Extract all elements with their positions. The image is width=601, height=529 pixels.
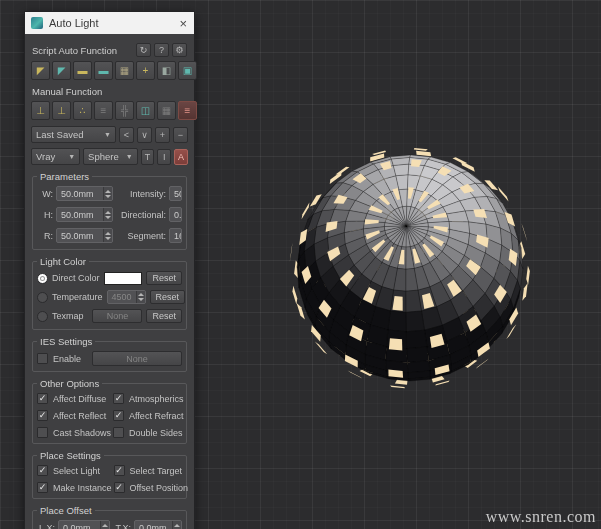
checkbox-label: Offset Position [130,483,188,493]
intensity-spinner[interactable]: 50 [169,186,182,201]
renderer-combo[interactable]: Vray ▼ [31,148,80,165]
h-label: H: [37,210,53,220]
dialog-titlebar[interactable]: Auto Light × [25,12,194,34]
help-button[interactable]: ? [154,43,169,57]
double-sides-checkbox[interactable]: Double Sides [113,427,184,438]
segment-spinner[interactable]: 16 [169,228,182,243]
texmap-none-button[interactable]: None [92,309,142,323]
directional-spinner[interactable]: 0.0 [169,207,182,222]
auto-light-dialog: Auto Light × Script Auto Function ↻ ? ⚙ … [24,11,195,529]
checkbox-icon [37,353,48,364]
affect-refract-checkbox[interactable]: Affect Refract [113,410,184,421]
preset-prev-button[interactable]: < [119,127,134,143]
spinner-arrows-icon[interactable] [172,521,181,529]
preset-remove-button[interactable]: − [173,127,188,143]
cast-shadows-checkbox[interactable]: Cast Shadows [37,427,111,438]
spinner-arrows-icon[interactable] [103,229,112,242]
manual-tool-6-button[interactable]: ◫ [136,101,155,120]
ies-settings-group: IES Settings Enable None [32,341,187,372]
script-tool-2-button[interactable]: ◤ [52,61,71,80]
light-color-label: Light Color [37,256,89,267]
panel-light-icon: ◧ [162,66,171,76]
manual-tool-1-button[interactable]: ⊥ [31,101,50,120]
atmospherics-checkbox[interactable]: Atmospherics [113,393,184,404]
add-light-icon: + [143,66,149,76]
grid-icon: ▦ [162,106,171,116]
preset-add-button[interactable]: + [155,127,170,143]
help-icon: ? [159,45,164,55]
checkbox-icon [114,482,125,493]
refresh-button[interactable]: ↻ [136,43,151,57]
texmap-reset-button[interactable]: Reset [146,309,182,323]
create-corner-light-icon: ◤ [37,66,45,76]
checkbox-label: Select Target [130,466,182,476]
manual-tool-4-button[interactable]: ≡ [94,101,113,120]
checkbox-label: Select Light [53,466,100,476]
script-tool-4-button[interactable]: ▬ [94,61,113,80]
r-value: 50.0mm [57,229,103,242]
checkbox-label: Cast Shadows [53,428,111,438]
tx-spinner[interactable]: 0.0mm [134,520,182,529]
checkbox-label: Affect Reflect [53,411,106,421]
w-spinner[interactable]: 50.0mm [56,186,113,201]
tx-value: 0.0mm [135,521,172,529]
script-tool-3-button[interactable]: ▬ [73,61,92,80]
close-icon[interactable]: × [179,17,187,30]
intensity-value: 50 [170,187,182,200]
select-light-checkbox[interactable]: Select Light [37,465,112,476]
prev-icon: < [124,130,129,140]
ies-enable-checkbox[interactable]: Enable [37,353,81,364]
make-instance-checkbox[interactable]: Make Instance [37,482,112,493]
offset-position-checkbox[interactable]: Offset Position [114,482,188,493]
intensity-label: Intensity: [116,189,166,199]
preset-combo[interactable]: Last Saved ▼ [31,126,116,143]
select-target-checkbox[interactable]: Select Target [114,465,188,476]
spinner-arrows-icon[interactable] [103,187,112,200]
w-value: 50.0mm [57,187,103,200]
other-options-group: Other Options Affect Diffuse Atmospheric… [32,383,187,444]
spinner-arrows-icon[interactable] [136,291,145,303]
script-tool-5-button[interactable]: ▦ [115,61,134,80]
script-tool-1-button[interactable]: ◤ [31,61,50,80]
settings-button[interactable]: ⚙ [172,43,187,57]
target-mode-label: T [145,152,151,162]
instance-mode-button[interactable]: I [157,149,171,165]
r-spinner[interactable]: 50.0mm [56,228,113,243]
target-mode-button[interactable]: T [141,149,155,165]
temperature-reset-button[interactable]: Reset [150,290,186,304]
texmap-radio[interactable] [37,311,48,322]
plus-icon: + [160,130,165,140]
manual-tool-7-button[interactable]: ▦ [157,101,176,120]
temperature-spinner[interactable]: 4500 [107,290,146,304]
preset-apply-button[interactable]: ∨ [137,127,152,143]
color-swatch[interactable] [104,272,143,285]
manual-tool-5-button[interactable]: ╬ [115,101,134,120]
auto-mode-button[interactable]: A [174,149,188,165]
checkbox-icon [113,427,124,438]
temperature-value: 4500 [108,291,136,303]
manual-tool-3-button[interactable]: ∴ [73,101,92,120]
affect-reflect-checkbox[interactable]: Affect Reflect [37,410,111,421]
create-corner-light-target-icon: ◤ [58,66,66,76]
direct-color-reset-button[interactable]: Reset [146,271,182,285]
spinner-arrows-icon[interactable] [103,208,112,221]
script-tool-8-button[interactable]: ▣ [178,61,197,80]
lamp-icon: ⊥ [36,106,45,116]
apply-icon: ∨ [141,130,148,140]
temperature-radio[interactable] [37,292,48,303]
spinner-arrows-icon[interactable] [100,521,109,529]
h-spinner[interactable]: 50.0mm [56,207,113,222]
ies-file-button[interactable]: None [92,351,182,366]
lx-value: 0.0mm [59,521,100,529]
manual-tool-2-button[interactable]: ⊥ [52,101,71,120]
script-tool-7-button[interactable]: ◧ [157,61,176,80]
checkbox-icon [37,465,48,476]
manual-delete-button[interactable]: ≡ [178,101,197,120]
shape-combo[interactable]: Sphere ▼ [83,148,138,165]
create-bar-light-target-icon: ▬ [99,66,109,76]
affect-diffuse-checkbox[interactable]: Affect Diffuse [37,393,111,404]
shape-combo-value: Sphere [88,151,119,162]
script-tool-6-button[interactable]: + [136,61,155,80]
lx-spinner[interactable]: 0.0mm [58,520,110,529]
direct-color-radio[interactable] [37,273,48,284]
